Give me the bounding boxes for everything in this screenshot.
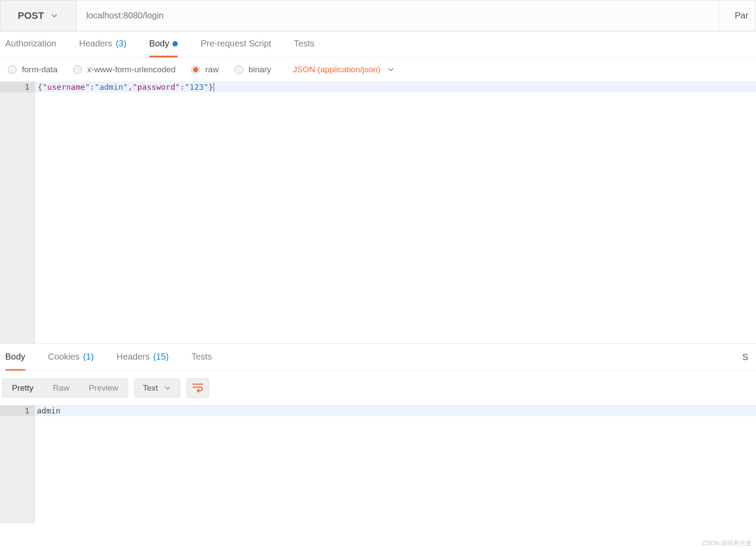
text-caret <box>214 83 214 92</box>
resp-tab-cookies-label: Cookies <box>48 352 80 362</box>
view-mode-group: Pretty Raw Preview <box>2 378 128 398</box>
chevron-down-icon <box>50 11 59 20</box>
http-method-label: POST <box>18 10 44 21</box>
resp-tab-cookies[interactable]: Cookies (1) <box>48 344 94 371</box>
request-tabs: Authorization Headers (3) Body Pre-reque… <box>0 32 756 58</box>
request-body-editor[interactable]: 1 { "username" : "admin" , "password" : … <box>0 82 756 344</box>
resp-tab-cookies-count: (1) <box>83 352 94 362</box>
radio-binary-label: binary <box>249 65 271 74</box>
params-button[interactable]: Par <box>719 0 756 31</box>
token-comma: , <box>128 82 133 92</box>
tab-authorization[interactable]: Authorization <box>5 32 56 57</box>
response-viewer: 1 admin <box>0 405 756 523</box>
editor-code-area[interactable]: { "username" : "admin" , "password" : "1… <box>35 82 756 343</box>
code-line[interactable]: { "username" : "admin" , "password" : "1… <box>35 82 756 92</box>
resp-tab-body[interactable]: Body <box>5 344 25 371</box>
unsaved-dot-icon <box>172 41 178 46</box>
token-colon: : <box>90 82 95 92</box>
radio-icon <box>8 65 17 74</box>
tab-body-label: Body <box>149 39 169 49</box>
view-mode-raw-label: Raw <box>53 383 70 392</box>
tab-tests[interactable]: Tests <box>294 32 315 57</box>
wrap-lines-icon <box>192 382 204 395</box>
radio-icon <box>235 65 243 74</box>
body-type-row: form-data x-www-form-urlencoded raw bina… <box>0 58 756 82</box>
token-key: "password" <box>133 82 180 92</box>
token-colon: : <box>180 82 185 92</box>
radio-form-data[interactable]: form-data <box>8 65 57 74</box>
tab-tests-label: Tests <box>294 39 315 49</box>
content-type-label: JSON (application/json) <box>293 65 380 74</box>
resp-tab-tests[interactable]: Tests <box>192 344 212 371</box>
resp-tab-body-label: Body <box>5 352 25 362</box>
line-number: 1 <box>0 406 35 416</box>
radio-icon <box>73 65 82 74</box>
token-key: "username" <box>42 82 90 92</box>
resp-tab-headers-label: Headers <box>116 352 150 362</box>
tab-prerequest-label: Pre-request Script <box>200 39 271 49</box>
view-mode-raw[interactable]: Raw <box>43 379 79 397</box>
response-toolbar: Pretty Raw Preview Text <box>0 371 756 405</box>
tab-headers-label: Headers <box>79 39 113 49</box>
radio-raw[interactable]: raw <box>191 65 219 74</box>
view-mode-preview-label: Preview <box>89 383 119 392</box>
tab-body[interactable]: Body <box>149 32 178 57</box>
tab-prerequest[interactable]: Pre-request Script <box>200 32 271 57</box>
content-type-select[interactable]: JSON (application/json) <box>293 65 395 74</box>
response-text: admin <box>37 406 60 416</box>
tab-headers[interactable]: Headers (3) <box>79 32 127 57</box>
token-string: "123" <box>185 82 208 92</box>
resp-tab-headers-count: (15) <box>153 352 169 362</box>
response-tabs: Body Cookies (1) Headers (15) Tests S <box>0 344 756 371</box>
response-status: S <box>742 344 751 371</box>
radio-urlencoded-label: x-www-form-urlencoded <box>87 65 176 74</box>
resp-tab-tests-label: Tests <box>192 352 212 362</box>
view-mode-pretty-label: Pretty <box>12 383 34 392</box>
http-method-select[interactable]: POST <box>0 0 77 31</box>
tab-authorization-label: Authorization <box>5 39 56 49</box>
response-format-select[interactable]: Text <box>134 378 180 398</box>
token-string: "admin" <box>95 82 128 92</box>
response-line: admin <box>35 406 756 416</box>
response-format-label: Text <box>143 383 158 393</box>
chevron-down-icon <box>163 384 172 392</box>
response-status-label: S <box>742 352 748 362</box>
radio-urlencoded[interactable]: x-www-form-urlencoded <box>73 65 176 74</box>
token-brace: { <box>38 82 42 92</box>
response-code-area[interactable]: admin <box>35 406 756 523</box>
url-input[interactable]: localhost:8080/login <box>77 0 719 31</box>
radio-raw-label: raw <box>205 65 219 74</box>
view-mode-pretty[interactable]: Pretty <box>2 379 43 397</box>
chevron-down-icon <box>387 65 395 74</box>
tab-headers-count: (3) <box>116 39 126 49</box>
view-mode-preview[interactable]: Preview <box>79 379 128 397</box>
url-value: localhost:8080/login <box>86 11 164 21</box>
editor-gutter: 1 <box>0 82 35 343</box>
request-bar: POST localhost:8080/login Par <box>0 0 756 32</box>
line-number: 1 <box>0 82 35 92</box>
response-gutter: 1 <box>0 406 35 523</box>
resp-tab-headers[interactable]: Headers (15) <box>116 344 169 371</box>
radio-binary[interactable]: binary <box>235 65 271 74</box>
token-brace: } <box>208 82 213 92</box>
params-label: Par <box>735 11 748 21</box>
wrap-lines-button[interactable] <box>186 378 209 398</box>
radio-icon <box>191 65 200 74</box>
radio-form-data-label: form-data <box>22 65 57 74</box>
